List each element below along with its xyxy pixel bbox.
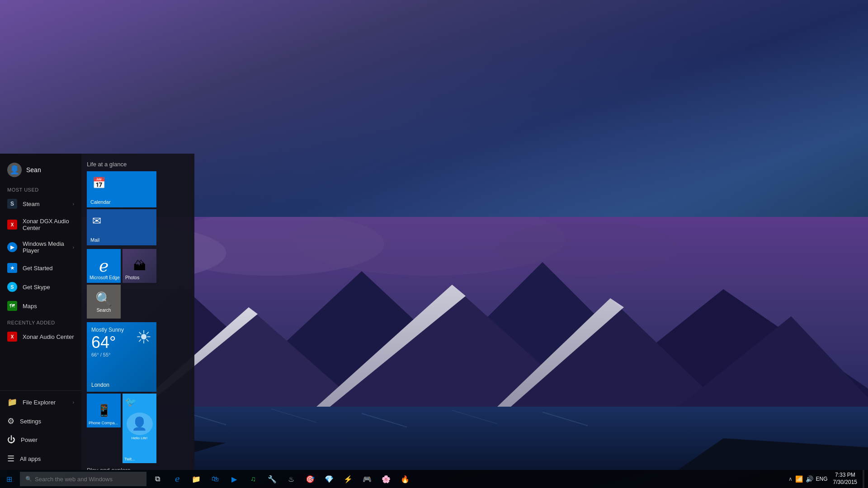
user-name: Sean — [26, 166, 41, 174]
system-tray: ∧ 📶 🔊 ENG 7:33 PM 7/30/2015 — [785, 470, 868, 488]
phone-companion-tile[interactable]: 📱 Phone Compa... — [87, 394, 121, 427]
store-taskbar-icon[interactable]: 🛍 — [206, 470, 224, 488]
sidebar-item-file-explorer[interactable]: 📁 File Explorer › — [0, 393, 81, 412]
phone-companion-label: Phone Compa... — [89, 421, 119, 426]
store-icon-tb: 🛍 — [212, 475, 219, 483]
app9-icon: 💎 — [325, 475, 334, 483]
search-tile[interactable]: 🔍 Search — [87, 285, 121, 319]
calendar-tile-label: Calendar — [90, 199, 111, 205]
tiles-row-2: ℯ Microsoft Edge 🏔 Photos 🔍 Search — [87, 249, 189, 319]
media-player-taskbar-icon[interactable]: ▶ — [225, 470, 243, 488]
start-button[interactable]: ⊞ — [0, 470, 18, 488]
weather-condition: Mostly Sunny — [91, 327, 152, 333]
steam-label: Steam — [23, 201, 40, 207]
app13-icon: 🔥 — [401, 475, 410, 483]
twitter-content: 👤 Hello Life! — [123, 410, 156, 455]
xonar-audio-icon: X — [7, 332, 17, 342]
sidebar-item-steam[interactable]: S Steam › — [0, 194, 81, 213]
spotify-icon: ♫ — [250, 475, 256, 483]
get-started-label: Get Started — [23, 265, 52, 272]
app10-taskbar-icon[interactable]: ⚡ — [339, 470, 357, 488]
power-label: Power — [21, 436, 38, 443]
twitter-label: Twit... — [123, 455, 156, 463]
app13-taskbar-icon[interactable]: 🔥 — [396, 470, 414, 488]
life-at-a-glance-label: Life at a glance — [87, 161, 189, 168]
system-clock[interactable]: 7:33 PM 7/30/2015 — [830, 472, 861, 486]
windows-logo-icon: ⊞ — [6, 475, 12, 483]
chevron-right-icon3: › — [73, 400, 74, 405]
edge-icon-tb: ℯ — [175, 474, 180, 484]
photos-label: Photos — [125, 275, 139, 280]
media-player-icon: ▶ — [7, 242, 17, 252]
task-view-icon: ⧉ — [155, 475, 160, 483]
media-icon: ▶ — [231, 475, 237, 483]
spotify-taskbar-icon[interactable]: ♫ — [244, 470, 262, 488]
sidebar-item-all-apps[interactable]: ☰ All apps — [0, 449, 81, 468]
xonar-dgx-label: Xonar DGX Audio Center — [23, 218, 74, 231]
sidebar-item-xonar-dgx[interactable]: X Xonar DGX Audio Center — [0, 213, 81, 236]
search-icon: 🔍 — [95, 291, 112, 307]
calendar-tile[interactable]: 📅 Calendar — [87, 171, 156, 207]
sidebar-item-get-started[interactable]: ★ Get Started — [0, 258, 81, 277]
search-tile-label: Search — [97, 308, 111, 313]
tiles-row-1: 📅 Calendar ✉ Mail — [87, 171, 189, 245]
weather-tile[interactable]: ☀ Mostly Sunny 64° 66° / 55° London — [87, 322, 156, 392]
language-label[interactable]: ENG — [816, 476, 828, 482]
sidebar-item-maps[interactable]: 🗺 Maps — [0, 296, 81, 315]
tray-arrow-icon[interactable]: ∧ — [788, 476, 793, 482]
steam-icon: S — [7, 199, 17, 209]
tiles-row-3: ☀ Mostly Sunny 64° 66° / 55° London 📱 Ph… — [87, 322, 189, 463]
edge-taskbar-icon[interactable]: ℯ — [168, 470, 186, 488]
app12-taskbar-icon[interactable]: 🌸 — [377, 470, 395, 488]
xonar-audio-label: Xonar Audio Center — [23, 333, 74, 340]
skype-icon: S — [7, 282, 17, 292]
app11-taskbar-icon[interactable]: 🎮 — [358, 470, 376, 488]
weather-range: 66° / 55° — [91, 352, 152, 357]
settings-label: Settings — [20, 418, 41, 425]
power-icon: ⏻ — [7, 435, 15, 445]
network-icon[interactable]: 📶 — [795, 475, 803, 483]
edge-icon: ℯ — [99, 257, 108, 276]
task-view-button[interactable]: ⧉ — [148, 470, 166, 488]
sidebar-item-power[interactable]: ⏻ Power — [0, 431, 81, 449]
file-explorer-taskbar-icon[interactable]: 📁 — [187, 470, 205, 488]
app8-taskbar-icon[interactable]: 🎯 — [301, 470, 319, 488]
app6-taskbar-icon[interactable]: 🔧 — [263, 470, 281, 488]
start-menu: 👤 Sean Most used S Steam › X Xonar DGX A… — [0, 154, 194, 470]
mail-tile-label: Mail — [90, 237, 99, 243]
taskbar: ⊞ 🔍 ⧉ ℯ 📁 🛍 ▶ ♫ 🔧 ♨ 🎯 — [0, 470, 868, 488]
chevron-right-icon: › — [73, 202, 74, 206]
xonar-dgx-icon: X — [7, 220, 17, 230]
sidebar-item-xonar-audio[interactable]: X Xonar Audio Center — [0, 327, 81, 346]
volume-icon[interactable]: 🔊 — [806, 475, 813, 483]
clock-time: 7:33 PM — [835, 472, 855, 479]
all-apps-label: All apps — [20, 455, 41, 462]
sidebar-item-get-skype[interactable]: S Get Skype — [0, 277, 81, 296]
search-input[interactable] — [35, 476, 141, 483]
app9-taskbar-icon[interactable]: 💎 — [320, 470, 338, 488]
recently-added-label: Recently added — [0, 315, 81, 327]
app11-icon: 🎮 — [363, 475, 372, 483]
sidebar-item-settings[interactable]: ⚙ Settings — [0, 412, 81, 431]
all-apps-icon: ☰ — [7, 454, 14, 464]
taskbar-search-icon: 🔍 — [25, 476, 32, 482]
start-menu-left-panel: 👤 Sean Most used S Steam › X Xonar DGX A… — [0, 154, 81, 470]
windows-media-player-label: Windows Media Player — [23, 240, 67, 254]
show-desktop-button[interactable] — [863, 470, 864, 488]
get-started-icon: ★ — [7, 263, 17, 273]
app8-icon: 🎯 — [306, 475, 315, 483]
twitter-icon: 🐦 — [123, 394, 156, 410]
get-skype-label: Get Skype — [23, 284, 50, 291]
user-profile[interactable]: 👤 Sean — [0, 157, 81, 183]
steam-taskbar-icon[interactable]: ♨ — [282, 470, 300, 488]
mail-tile[interactable]: ✉ Mail — [87, 209, 156, 245]
edge-tile[interactable]: ℯ Microsoft Edge — [87, 249, 121, 283]
taskbar-search-box[interactable]: 🔍 — [20, 472, 146, 486]
phone-icon: 📱 — [97, 404, 111, 418]
sidebar-item-windows-media-player[interactable]: ▶ Windows Media Player › — [0, 236, 81, 258]
file-explorer-label: File Explorer — [23, 399, 56, 406]
most-used-label: Most used — [0, 183, 81, 194]
twitter-tile[interactable]: 🐦 👤 Hello Life! Twit... — [123, 394, 156, 463]
photos-tile[interactable]: 🏔 Photos — [123, 249, 156, 283]
maps-label: Maps — [23, 303, 37, 310]
